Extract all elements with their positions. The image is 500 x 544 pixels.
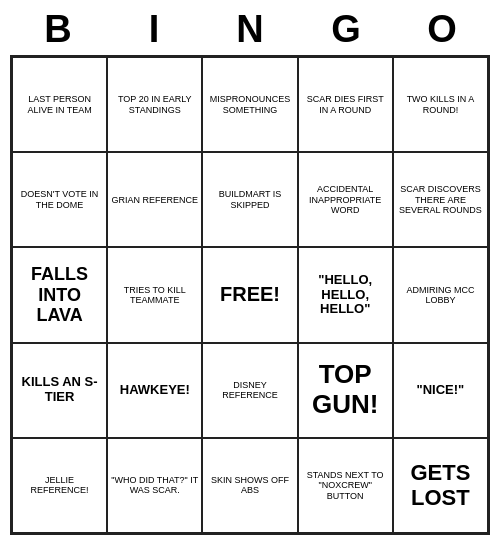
- cell-text-20: JELLIE REFERENCE!: [16, 475, 103, 496]
- bingo-cell-5[interactable]: DOESN'T VOTE IN THE DOME: [12, 152, 107, 247]
- cell-text-19: "NICE!": [417, 383, 465, 398]
- bingo-cell-7[interactable]: BUILDMART IS SKIPPED: [202, 152, 297, 247]
- cell-text-11: TRIES TO KILL TEAMMATE: [111, 285, 198, 306]
- bingo-cell-8[interactable]: ACCIDENTAL INAPPROPRIATE WORD: [298, 152, 393, 247]
- letter-g: G: [302, 8, 390, 51]
- bingo-cell-17[interactable]: DISNEY REFERENCE: [202, 343, 297, 438]
- bingo-cell-23[interactable]: STANDS NEXT TO "NOXCREW" BUTTON: [298, 438, 393, 533]
- letter-b: B: [14, 8, 102, 51]
- cell-text-9: SCAR DISCOVERS THERE ARE SEVERAL ROUNDS: [397, 184, 484, 215]
- bingo-cell-3[interactable]: SCAR DIES FIRST IN A ROUND: [298, 57, 393, 152]
- bingo-cell-22[interactable]: SKIN SHOWS OFF ABS: [202, 438, 297, 533]
- bingo-cell-21[interactable]: "WHO DID THAT?" IT WAS SCAR.: [107, 438, 202, 533]
- bingo-cell-18[interactable]: TOP GUN!: [298, 343, 393, 438]
- bingo-cell-6[interactable]: GRIAN REFERENCE: [107, 152, 202, 247]
- cell-text-1: TOP 20 IN EARLY STANDINGS: [111, 94, 198, 115]
- cell-text-18: TOP GUN!: [302, 360, 389, 420]
- cell-text-22: SKIN SHOWS OFF ABS: [206, 475, 293, 496]
- bingo-cell-15[interactable]: KILLS AN S-TIER: [12, 343, 107, 438]
- cell-text-7: BUILDMART IS SKIPPED: [206, 189, 293, 210]
- bingo-cell-13[interactable]: "HELLO, HELLO, HELLO": [298, 247, 393, 342]
- bingo-cell-0[interactable]: LAST PERSON ALIVE IN TEAM: [12, 57, 107, 152]
- cell-text-3: SCAR DIES FIRST IN A ROUND: [302, 94, 389, 115]
- bingo-cell-2[interactable]: MISPRONOUNCES SOMETHING: [202, 57, 297, 152]
- cell-text-24: GETS LOST: [397, 460, 484, 511]
- letter-n: N: [206, 8, 294, 51]
- cell-text-5: DOESN'T VOTE IN THE DOME: [16, 189, 103, 210]
- bingo-cell-11[interactable]: TRIES TO KILL TEAMMATE: [107, 247, 202, 342]
- letter-i: I: [110, 8, 198, 51]
- cell-text-0: LAST PERSON ALIVE IN TEAM: [16, 94, 103, 115]
- bingo-cell-4[interactable]: TWO KILLS IN A ROUND!: [393, 57, 488, 152]
- bingo-cell-20[interactable]: JELLIE REFERENCE!: [12, 438, 107, 533]
- cell-text-10: FALLS INTO LAVA: [16, 264, 103, 326]
- cell-text-15: KILLS AN S-TIER: [16, 375, 103, 405]
- cell-text-23: STANDS NEXT TO "NOXCREW" BUTTON: [302, 470, 389, 501]
- cell-text-16: HAWKEYE!: [120, 383, 190, 398]
- bingo-cell-12[interactable]: FREE!: [202, 247, 297, 342]
- bingo-grid: LAST PERSON ALIVE IN TEAMTOP 20 IN EARLY…: [10, 55, 490, 535]
- cell-text-8: ACCIDENTAL INAPPROPRIATE WORD: [302, 184, 389, 215]
- bingo-cell-24[interactable]: GETS LOST: [393, 438, 488, 533]
- bingo-cell-19[interactable]: "NICE!": [393, 343, 488, 438]
- cell-text-4: TWO KILLS IN A ROUND!: [397, 94, 484, 115]
- cell-text-17: DISNEY REFERENCE: [206, 380, 293, 401]
- letter-o: O: [398, 8, 486, 51]
- cell-text-21: "WHO DID THAT?" IT WAS SCAR.: [111, 475, 198, 496]
- bingo-title: B I N G O: [10, 0, 490, 55]
- bingo-cell-1[interactable]: TOP 20 IN EARLY STANDINGS: [107, 57, 202, 152]
- cell-text-2: MISPRONOUNCES SOMETHING: [206, 94, 293, 115]
- cell-text-12: FREE!: [220, 283, 280, 306]
- bingo-cell-16[interactable]: HAWKEYE!: [107, 343, 202, 438]
- bingo-cell-14[interactable]: ADMIRING MCC LOBBY: [393, 247, 488, 342]
- bingo-cell-10[interactable]: FALLS INTO LAVA: [12, 247, 107, 342]
- bingo-cell-9[interactable]: SCAR DISCOVERS THERE ARE SEVERAL ROUNDS: [393, 152, 488, 247]
- cell-text-13: "HELLO, HELLO, HELLO": [302, 273, 389, 318]
- cell-text-14: ADMIRING MCC LOBBY: [397, 285, 484, 306]
- cell-text-6: GRIAN REFERENCE: [112, 195, 199, 205]
